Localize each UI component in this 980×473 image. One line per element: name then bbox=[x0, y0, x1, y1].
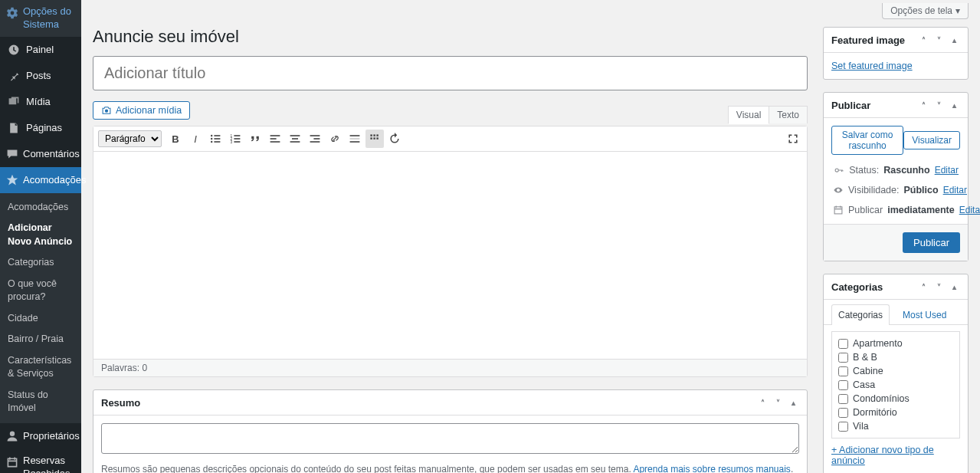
excerpt-help-link[interactable]: Aprenda mais sobre resumos manuais bbox=[633, 464, 790, 473]
category-item[interactable]: Casa bbox=[838, 379, 953, 390]
add-category-link[interactable]: + Adicionar novo tipo de anúncio bbox=[831, 445, 934, 466]
edit-schedule-link[interactable]: Editar bbox=[959, 205, 980, 215]
sidebar-item-system-options[interactable]: Opções do Sistema bbox=[0, 0, 81, 37]
page-icon bbox=[6, 120, 21, 136]
tab-visual[interactable]: Visual bbox=[728, 106, 769, 124]
svg-rect-26 bbox=[290, 141, 300, 143]
svg-rect-16 bbox=[234, 135, 240, 136]
svg-rect-10 bbox=[214, 135, 220, 136]
chevron-down-icon[interactable]: ˅ bbox=[932, 99, 945, 111]
chevron-down-icon[interactable]: ˅ bbox=[772, 396, 784, 409]
chevron-down-icon[interactable]: ˅ bbox=[932, 34, 945, 46]
chevron-up-icon[interactable]: ˄ bbox=[756, 396, 769, 409]
screen-options-toggle[interactable]: Opções de tela ▾ bbox=[882, 3, 969, 19]
link-button[interactable] bbox=[326, 130, 344, 148]
svg-rect-32 bbox=[350, 141, 360, 143]
caret-up-icon[interactable]: ▴ bbox=[787, 396, 799, 409]
numbered-list-button[interactable]: 123 bbox=[226, 130, 244, 148]
sidebar-item-pages[interactable]: Páginas bbox=[0, 115, 81, 141]
submenu-item-neighborhood[interactable]: Bairro / Praia bbox=[0, 329, 81, 350]
category-item[interactable]: Dormitório bbox=[838, 407, 953, 418]
key-icon bbox=[833, 164, 844, 176]
format-select[interactable]: Parágrafo bbox=[98, 130, 162, 147]
submenu-item-city[interactable]: Cidade bbox=[0, 308, 81, 330]
edit-visibility-link[interactable]: Editar bbox=[943, 185, 967, 195]
publish-button[interactable]: Publicar bbox=[903, 232, 960, 253]
sidebar-item-accommodations[interactable]: Acomodações bbox=[0, 167, 81, 193]
chevron-up-icon[interactable]: ˄ bbox=[917, 34, 929, 46]
chevron-up-icon[interactable]: ˄ bbox=[917, 281, 929, 293]
caret-up-icon[interactable]: ▴ bbox=[948, 281, 960, 293]
align-right-button[interactable] bbox=[306, 130, 324, 148]
category-item[interactable]: Vila bbox=[838, 421, 953, 432]
bullet-list-button[interactable] bbox=[206, 130, 225, 148]
featured-image-panel: Featured image ˄ ˅ ▴ Set featured image bbox=[823, 27, 969, 80]
edit-status-link[interactable]: Editar bbox=[935, 165, 959, 176]
refresh-button[interactable] bbox=[385, 130, 404, 148]
submenu-item-accommodations[interactable]: Acomodações bbox=[0, 197, 81, 218]
post-title-input[interactable] bbox=[93, 56, 808, 90]
excerpt-textarea[interactable] bbox=[101, 423, 799, 454]
excerpt-panel: Resumo ˄ ˅ ▴ Resumos são pequenas descri… bbox=[93, 389, 808, 473]
caret-up-icon[interactable]: ▴ bbox=[948, 34, 960, 46]
fullscreen-button[interactable] bbox=[784, 130, 802, 148]
svg-point-9 bbox=[211, 135, 212, 136]
categories-panel: Categorias ˄ ˅ ▴ Categorias Most Used bbox=[823, 274, 969, 473]
align-center-button[interactable] bbox=[286, 130, 304, 148]
add-media-button[interactable]: Adicionar mídia bbox=[93, 101, 190, 120]
svg-point-8 bbox=[105, 110, 108, 113]
category-item[interactable]: Cabine bbox=[838, 366, 953, 376]
svg-point-11 bbox=[211, 138, 212, 140]
chevron-up-icon[interactable]: ˄ bbox=[917, 99, 929, 111]
submenu-item-categories[interactable]: Categorias bbox=[0, 252, 81, 274]
sidebar-item-comments[interactable]: Comentários bbox=[0, 141, 81, 167]
blockquote-button[interactable] bbox=[246, 130, 264, 148]
caret-up-icon[interactable]: ▴ bbox=[948, 99, 960, 111]
categories-list[interactable]: Apartmento B & B Cabine Casa Condomínios… bbox=[831, 331, 960, 439]
italic-button[interactable]: I bbox=[186, 130, 205, 148]
categories-tab-all[interactable]: Categorias bbox=[831, 304, 890, 325]
sidebar-item-bookings[interactable]: Reservas Recebidas bbox=[0, 449, 81, 473]
svg-rect-33 bbox=[370, 134, 372, 136]
category-item[interactable]: Condomínios bbox=[838, 393, 953, 404]
pin-icon bbox=[6, 68, 21, 84]
sidebar-item-owners[interactable]: Proprietários bbox=[0, 423, 81, 449]
sidebar-submenu: Acomodações Adicionar Novo Anúncio Categ… bbox=[0, 193, 81, 423]
svg-rect-22 bbox=[270, 138, 277, 140]
svg-point-13 bbox=[211, 141, 212, 143]
preview-button[interactable]: Visualizar bbox=[903, 131, 960, 149]
submenu-item-status[interactable]: Status do Imóvel bbox=[0, 385, 81, 419]
sidebar-item-dashboard[interactable]: Painel bbox=[0, 37, 81, 63]
comment-icon bbox=[6, 146, 18, 162]
save-draft-button[interactable]: Salvar como rascunho bbox=[831, 126, 903, 155]
publish-heading: Publicar bbox=[831, 100, 870, 111]
submenu-item-looking-for[interactable]: O que você procura? bbox=[0, 274, 81, 308]
submenu-item-add-new[interactable]: Adicionar Novo Anúncio bbox=[0, 218, 81, 252]
eye-icon bbox=[833, 184, 844, 196]
category-item[interactable]: B & B bbox=[838, 352, 953, 363]
submenu-item-features[interactable]: Características & Serviços bbox=[0, 350, 81, 385]
editor-textarea[interactable] bbox=[93, 152, 807, 359]
svg-rect-29 bbox=[310, 141, 320, 143]
align-left-button[interactable] bbox=[266, 130, 284, 148]
categories-tab-most-used[interactable]: Most Used bbox=[896, 304, 953, 325]
toolbar-toggle-button[interactable] bbox=[365, 130, 384, 148]
set-featured-image-link[interactable]: Set featured image bbox=[831, 61, 913, 71]
user-icon bbox=[6, 429, 18, 444]
editor-toolbar: Parágrafo B I 123 bbox=[93, 126, 807, 152]
sidebar-item-posts[interactable]: Posts bbox=[0, 63, 81, 89]
svg-rect-12 bbox=[214, 138, 220, 140]
svg-rect-23 bbox=[270, 141, 280, 143]
svg-rect-20 bbox=[234, 141, 240, 143]
tab-text[interactable]: Texto bbox=[769, 106, 808, 123]
editor-status-bar: Palavras: 0 bbox=[93, 359, 807, 376]
bold-button[interactable]: B bbox=[166, 130, 185, 148]
status-row: Status: Rascunho Editar bbox=[833, 164, 959, 176]
sidebar-label: Acomodações bbox=[23, 174, 86, 186]
chevron-down-icon[interactable]: ˅ bbox=[932, 281, 945, 293]
read-more-button[interactable] bbox=[346, 130, 364, 148]
sidebar-item-media[interactable]: Mídia bbox=[0, 89, 81, 115]
sidebar-label: Painel bbox=[26, 44, 54, 55]
category-item[interactable]: Apartmento bbox=[838, 338, 953, 349]
visibility-row: Visibilidade: Público Editar bbox=[833, 184, 959, 196]
